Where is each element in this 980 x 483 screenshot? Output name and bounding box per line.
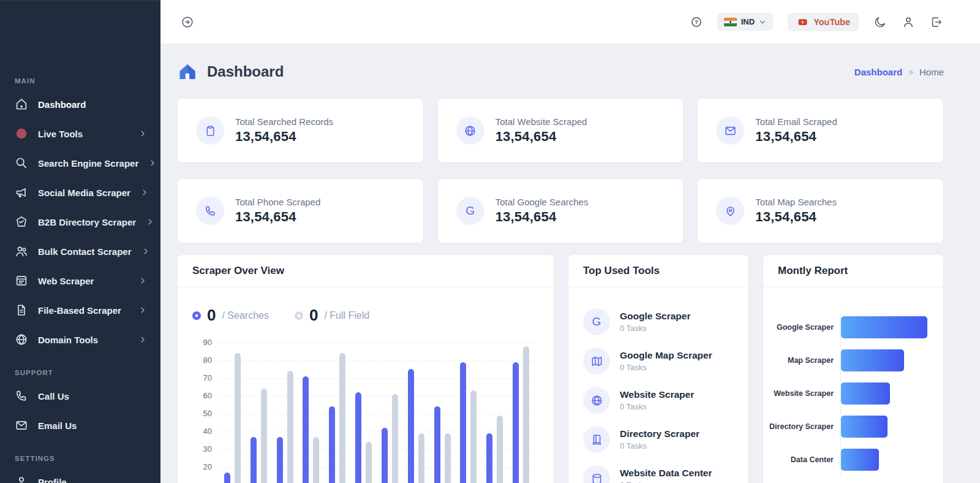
tool-icon-circle bbox=[583, 426, 610, 453]
sidebar-toggle-icon[interactable] bbox=[181, 15, 194, 29]
user-account-icon[interactable] bbox=[902, 15, 915, 29]
sidebar-logo-space bbox=[0, 1, 160, 63]
india-flag-icon bbox=[724, 18, 737, 26]
dark-mode-icon[interactable] bbox=[873, 15, 887, 29]
logout-icon[interactable] bbox=[930, 15, 943, 29]
bar-full-field bbox=[287, 371, 293, 483]
monthly-bar-track bbox=[840, 311, 927, 344]
stat-card: Total Phone Scraped13,54,654 bbox=[177, 178, 424, 243]
legend-label: / Searches bbox=[222, 310, 268, 321]
tool-row[interactable]: GGoogle Scraper0 Tasks bbox=[583, 308, 734, 335]
bars-area bbox=[218, 337, 535, 483]
stat-icon-circle bbox=[196, 197, 224, 225]
youtube-button[interactable]: YouTube bbox=[788, 13, 859, 31]
stat-value: 13,54,654 bbox=[496, 209, 589, 225]
y-axis-tick: 20 bbox=[192, 462, 212, 471]
sidebar-item-b2b-directory-scraper[interactable]: B2B Directory Scraper bbox=[0, 207, 160, 237]
sidebar-item-call-us[interactable]: Call Us bbox=[0, 381, 160, 411]
sidebar-item-file-based-scraper[interactable]: File-Based Scraper bbox=[0, 295, 160, 325]
user-icon bbox=[15, 475, 28, 483]
page-title: Dashboard bbox=[207, 63, 284, 80]
overview-bar-chart: 2030405060708090 bbox=[218, 337, 535, 483]
chevron-right-icon bbox=[146, 218, 154, 226]
bar-full-field bbox=[313, 437, 319, 483]
sidebar-item-email-us[interactable]: Email Us bbox=[0, 411, 160, 440]
sidebar-item-social-media-scraper[interactable]: Social Media Scraper bbox=[0, 178, 160, 207]
globe-icon bbox=[464, 124, 477, 137]
stat-card: GTotal Google Searches13,54,654 bbox=[437, 178, 684, 243]
monthly-report-panel: Montly Report Google ScraperMap ScraperW… bbox=[763, 254, 944, 483]
legend-item[interactable]: 0/ Full Field bbox=[295, 306, 369, 325]
tool-row[interactable]: Website Data Center0 Tasks bbox=[583, 465, 734, 483]
clipboard-icon bbox=[204, 124, 217, 137]
home-icon bbox=[177, 62, 198, 82]
breadcrumb-link[interactable]: Dashboard bbox=[854, 67, 902, 77]
phone-icon bbox=[204, 205, 217, 218]
sidebar-item-search-engine-scraper[interactable]: Search Engine Scraper bbox=[0, 148, 160, 178]
stat-value: 13,54,654 bbox=[235, 209, 320, 225]
help-icon[interactable]: ? bbox=[690, 16, 703, 28]
legend-value: 0 bbox=[309, 306, 318, 325]
sidebar-nav: MAINDashboardLive ToolsSearch Engine Scr… bbox=[0, 77, 160, 483]
youtube-label: YouTube bbox=[813, 17, 850, 27]
monthly-bar bbox=[841, 349, 904, 371]
tool-tasks: 0 Tasks bbox=[620, 363, 712, 372]
bar-searches bbox=[224, 473, 230, 483]
main-area: ? IND YouTube Dashboard bbox=[160, 0, 980, 483]
sidebar-item-label: Profile bbox=[38, 477, 147, 483]
bar-full-field bbox=[445, 433, 451, 483]
globe-icon bbox=[15, 333, 28, 346]
monthly-row: Website Scraper bbox=[769, 377, 927, 410]
stat-icon-circle bbox=[196, 116, 224, 145]
scraper-overview-body: 0/ Searches0/ Full Field 203040506070809… bbox=[178, 287, 554, 483]
y-axis-tick: 90 bbox=[192, 338, 212, 347]
stat-value: 13,54,654 bbox=[496, 129, 587, 145]
country-dropdown[interactable]: IND bbox=[717, 13, 773, 31]
bar-searches bbox=[277, 437, 283, 483]
stat-icon-circle bbox=[456, 116, 484, 145]
monthly-category-label: Map Scraper bbox=[769, 356, 840, 365]
stat-icon-circle: G bbox=[456, 197, 484, 225]
bar-group bbox=[303, 376, 319, 483]
bar-group bbox=[251, 389, 267, 483]
sidebar-item-bulk-contact-scraper[interactable]: Bulk Contact Scraper bbox=[0, 237, 160, 266]
monthly-bar-track bbox=[840, 344, 927, 377]
bar-searches bbox=[251, 437, 257, 483]
sidebar-item-live-tools[interactable]: Live Tools bbox=[0, 119, 160, 148]
monthly-category-label: Directory Scraper bbox=[769, 422, 840, 431]
sidebar-item-web-scraper[interactable]: Web Scraper bbox=[0, 266, 160, 295]
tool-row[interactable]: Directory Scraper0 Tasks bbox=[583, 426, 734, 453]
tool-name: Directory Scraper bbox=[620, 428, 699, 439]
legend-item[interactable]: 0/ Searches bbox=[192, 306, 269, 325]
bar-group bbox=[329, 353, 345, 483]
monthly-category-label: Website Scraper bbox=[769, 389, 840, 398]
stats-grid: Total Searched Records13,54,654Total Web… bbox=[177, 98, 944, 243]
bar-full-field bbox=[392, 394, 398, 483]
bar-searches bbox=[355, 392, 361, 483]
bar-group bbox=[434, 406, 451, 483]
bar-searches bbox=[408, 369, 414, 483]
bar-full-field bbox=[261, 389, 267, 483]
sidebar-item-label: Social Media Scraper bbox=[38, 188, 130, 198]
sidebar-item-label: Call Us bbox=[38, 391, 147, 401]
monthly-report-title: Montly Report bbox=[763, 255, 943, 287]
browser-icon bbox=[15, 274, 28, 287]
stat-value: 13,54,654 bbox=[235, 129, 333, 145]
breadcrumb-separator: » bbox=[908, 67, 913, 77]
tool-tasks: 0 Tasks bbox=[620, 481, 712, 483]
stat-label: Total Website Scraped bbox=[496, 116, 587, 127]
monthly-bar-chart: Google ScraperMap ScraperWebsite Scraper… bbox=[763, 287, 943, 476]
sidebar-item-dashboard[interactable]: Dashboard bbox=[0, 89, 160, 119]
bar-full-field bbox=[235, 353, 241, 483]
tool-row[interactable]: Google Map Scraper0 Tasks bbox=[583, 348, 734, 375]
sidebar-item-profile[interactable]: Profile bbox=[0, 467, 160, 483]
sidebar-item-domain-tools[interactable]: Domain Tools bbox=[0, 325, 160, 354]
tool-row[interactable]: Website Scraper0 Tasks bbox=[583, 387, 734, 414]
page-title-row: Dashboard Dashboard » Home bbox=[177, 58, 944, 85]
sidebar-item-label: B2B Directory Scraper bbox=[38, 217, 136, 227]
y-axis-tick: 70 bbox=[192, 373, 212, 382]
monthly-row: Data Center bbox=[769, 443, 927, 476]
search-icon bbox=[15, 156, 28, 170]
stat-label: Total Email Scraped bbox=[755, 116, 837, 127]
top-used-tools-title: Top Used Tools bbox=[568, 255, 748, 287]
